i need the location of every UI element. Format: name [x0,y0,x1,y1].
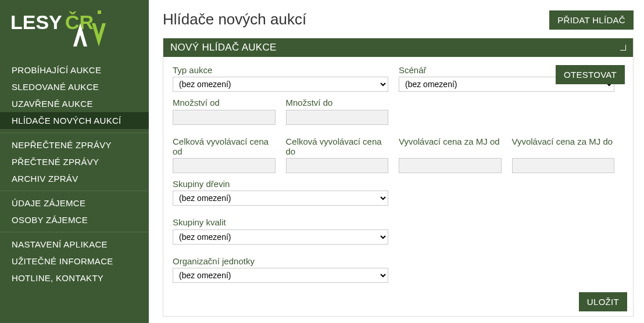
panel-body: OTESTOVAT Typ aukce (bez omezení) Scénář… [163,57,633,288]
panel-new-watcher: NOVÝ HLÍDAČ AUKCE OTESTOVAT Typ aukce (b… [163,38,634,317]
label-cvc-do: Celková vyvolávací cena do [286,137,389,157]
add-watcher-button[interactable]: PŘIDAT HLÍDAČ [549,10,634,30]
select-skupiny-kvalit[interactable]: (bez omezení) [173,229,388,245]
select-organizacni-jednotky[interactable]: (bez omezení) [173,268,388,283]
input-vcmj-od[interactable] [399,158,502,173]
page-title: Hlídače nových aukcí [163,10,306,28]
input-vcmj-do[interactable] [512,158,615,173]
form-grid: Typ aukce (bez omezení) Scénář (bez omez… [173,65,614,283]
label-vcmj-od: Vyvolávací cena za MJ od [399,137,502,156]
label-skupiny-drevin: Skupiny dřevin [173,179,388,189]
field-vcmj-od: Vyvolávací cena za MJ od [399,137,502,174]
field-mnozstvi-od: Množství od [173,98,276,124]
test-button[interactable]: OTESTOVAT [556,65,625,84]
app: LESY ČR PROBÍHAJÍCÍ AUKCESLEDOVANÉ AUKCE… [0,0,644,323]
field-vcmj-do: Vyvolávací cena za MJ do [512,137,615,174]
input-mnozstvi-od[interactable] [173,110,276,125]
field-organizacni-jednotky: Organizační jednotky (bez omezení) [173,256,388,283]
collapse-icon[interactable] [620,45,626,51]
nav-item[interactable]: HLÍDAČE NOVÝCH AUKCÍ [0,112,149,129]
logo-text-lesy: LESY [10,11,62,33]
nav-item[interactable]: ARCHIV ZPRÁV [0,170,149,187]
label-organizacni-jednotky: Organizační jednotky [173,256,388,266]
nav-item[interactable]: ÚDAJE ZÁJEMCE [0,195,149,211]
input-cvc-od[interactable] [173,158,276,173]
save-button[interactable]: ULOŽIT [579,292,627,311]
nav-item[interactable]: HOTLINE, KONTAKTY [0,270,149,286]
nav-item[interactable]: PŘEČTENÉ ZPRÁVY [0,153,149,170]
field-skupiny-drevin: Skupiny dřevin (bez omezení) [173,179,388,206]
panel-foot: ULOŽIT [163,288,633,316]
nav-item[interactable]: UŽITEČNÉ INFORMACE [0,253,149,270]
logo: LESY ČR [0,6,149,58]
field-typ-aukce: Typ aukce (bez omezení) [173,65,388,92]
input-cvc-do[interactable] [286,158,389,173]
nav-item[interactable]: UZAVŘENÉ AUKCE [0,95,149,112]
panel-title: NOVÝ HLÍDAČ AUKCE [170,42,277,53]
label-cvc-od: Celková vyvolávací cena od [173,137,276,157]
nav-item[interactable]: OSOBY ZÁJEMCE [0,211,149,228]
nav-item[interactable]: NASTAVENÍ APLIKACE [0,236,149,253]
nav-item[interactable]: PROBÍHAJÍCÍ AUKCE [0,62,149,78]
field-cvc-od: Celková vyvolávací cena od [173,137,276,174]
nav-item[interactable]: NEPŘEČTENÉ ZPRÁVY [0,137,149,153]
label-vcmj-do: Vyvolávací cena za MJ do [512,137,615,156]
field-skupiny-kvalit: Skupiny kvalit (bez omezení) [173,217,388,244]
select-typ-aukce[interactable]: (bez omezení) [173,77,388,92]
field-cvc-do: Celková vyvolávací cena do [286,137,389,174]
select-skupiny-drevin[interactable]: (bez omezení) [173,191,388,206]
nav-item[interactable]: SLEDOVANÉ AUKCE [0,78,149,95]
label-skupiny-kvalit: Skupiny kvalit [173,217,388,227]
sidebar: LESY ČR PROBÍHAJÍCÍ AUKCESLEDOVANÉ AUKCE… [0,0,149,323]
svg-rect-2 [98,10,101,14]
label-typ-aukce: Typ aukce [173,65,388,75]
main: Hlídače nových aukcí PŘIDAT HLÍDAČ NOVÝ … [149,0,644,323]
page-head: Hlídače nových aukcí PŘIDAT HLÍDAČ [163,10,634,30]
label-mnozstvi-do: Množství do [286,98,389,107]
logo-svg: LESY ČR [10,6,115,50]
svg-marker-1 [92,23,106,46]
label-mnozstvi-od: Množství od [173,98,276,107]
field-mnozstvi-do: Množství do [286,98,389,124]
panel-head: NOVÝ HLÍDAČ AUKCE [163,38,633,57]
input-mnozstvi-do[interactable] [286,110,389,125]
nav: PROBÍHAJÍCÍ AUKCESLEDOVANÉ AUKCEUZAVŘENÉ… [0,58,149,290]
